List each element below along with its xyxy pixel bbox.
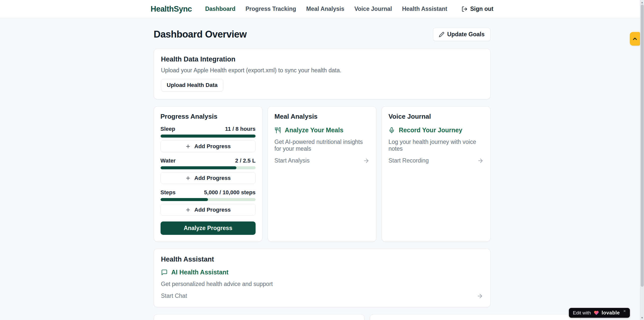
start-recording-label: Start Recording: [388, 157, 429, 164]
chat-bubble-icon: [161, 269, 168, 276]
nav-item-dashboard[interactable]: Dashboard: [205, 6, 235, 12]
water-progress-bar: [161, 166, 256, 169]
health-assistant-card: Health Assistant AI Health Assistant Get…: [154, 249, 490, 307]
ai-health-assistant-label: AI Health Assistant: [171, 269, 229, 276]
update-goals-label: Update Goals: [447, 31, 484, 38]
voice-journal-title: Voice Journal: [388, 113, 483, 120]
nav-item-voice-journal[interactable]: Voice Journal: [354, 6, 392, 12]
integration-title: Health Data Integration: [161, 55, 483, 63]
sign-out-icon: [462, 6, 468, 12]
plus-icon: [185, 175, 191, 181]
scrollbar-down-arrow-icon[interactable]: ▼: [640, 316, 644, 319]
analyze-your-meals-link[interactable]: Analyze Your Meals: [274, 126, 370, 134]
nav-item-meal-analysis[interactable]: Meal Analysis: [306, 6, 344, 12]
health-data-integration-card: Health Data Integration Upload your Appl…: [154, 49, 490, 99]
add-progress-label: Add Progress: [194, 207, 231, 213]
metric-value: 11 / 8 hours: [225, 126, 256, 132]
integration-description: Upload your Apple Health export (export.…: [161, 67, 483, 74]
progress-analysis-card: Progress Analysis Sleep 11 / 8 hours Add…: [154, 106, 262, 242]
analyze-progress-button[interactable]: Analyze Progress: [161, 221, 256, 235]
upload-health-data-button[interactable]: Upload Health Data: [161, 79, 224, 91]
sign-out-button[interactable]: Sign out: [462, 6, 494, 12]
arrow-right-icon: [363, 157, 370, 164]
utensils-icon: [274, 127, 281, 134]
page-title: Dashboard Overview: [154, 29, 247, 40]
metric-value: 2 / 2.5 L: [235, 157, 256, 164]
metric-sleep: Sleep 11 / 8 hours Add Progress: [161, 126, 256, 152]
progress-analysis-title: Progress Analysis: [161, 113, 256, 120]
voice-journal-description: Log your health journey with voice notes: [388, 139, 483, 152]
metric-label: Water: [161, 157, 176, 164]
start-analysis-label: Start Analysis: [274, 157, 310, 164]
add-progress-steps-button[interactable]: Add Progress: [161, 204, 256, 216]
scrollbar-up-arrow-icon[interactable]: ▲: [640, 1, 644, 4]
close-icon[interactable]: ×: [623, 309, 626, 314]
health-assistant-description: Get personalized health advice and suppo…: [161, 281, 483, 287]
voice-journal-card: Voice Journal Record Your Journey Log yo…: [382, 106, 490, 242]
quick-stats-card: Quick Stats Select Date Today Yesterday …: [370, 314, 580, 320]
update-goals-button[interactable]: Update Goals: [433, 28, 490, 41]
nav-item-health-assistant[interactable]: Health Assistant: [402, 6, 447, 12]
chevron-up-icon: [632, 36, 638, 42]
sign-out-label: Sign out: [470, 6, 494, 12]
plus-icon: [185, 144, 191, 149]
steps-progress-bar: [161, 198, 256, 201]
record-your-journey-label: Record Your Journey: [399, 126, 462, 134]
arrow-right-icon: [477, 157, 484, 164]
meal-analysis-description: Get AI-powered nutritional insights for …: [274, 139, 370, 152]
start-chat-action[interactable]: Start Chat: [161, 293, 483, 299]
add-progress-label: Add Progress: [194, 175, 231, 181]
add-progress-label: Add Progress: [194, 143, 231, 150]
lovable-brand-label: lovable: [602, 310, 620, 316]
start-recording-action[interactable]: Start Recording: [388, 157, 483, 164]
record-your-journey-link[interactable]: Record Your Journey: [388, 126, 483, 134]
meal-analysis-card: Meal Analysis Analyze Your Meals Get AI-…: [268, 106, 376, 242]
main-nav: Dashboard Progress Tracking Meal Analysi…: [205, 6, 494, 12]
health-assistant-title: Health Assistant: [161, 255, 483, 263]
pencil-icon: [439, 32, 444, 37]
metric-label: Sleep: [161, 126, 175, 132]
edit-with-lovable-badge[interactable]: Edit with lovable ×: [569, 308, 630, 318]
metric-value: 5,000 / 10,000 steps: [204, 189, 256, 196]
recent-goals-card: Recent Goals Select Date Today Yesterday…: [154, 314, 364, 320]
metric-label: Steps: [161, 189, 176, 196]
scrollbar-thumb[interactable]: [641, 5, 644, 287]
arrow-right-icon: [477, 293, 483, 299]
amber-edge-tab[interactable]: [630, 32, 640, 46]
app-logo[interactable]: HealthSync: [151, 5, 192, 14]
vertical-scrollbar[interactable]: ▲ ▼: [640, 0, 644, 320]
analyze-your-meals-label: Analyze Your Meals: [285, 126, 344, 134]
main-content: Dashboard Overview Update Goals Health D…: [151, 18, 494, 320]
add-progress-sleep-button[interactable]: Add Progress: [161, 140, 256, 152]
edit-with-label: Edit with: [573, 310, 591, 316]
metric-water: Water 2 / 2.5 L Add Progress: [161, 157, 256, 184]
meal-analysis-title: Meal Analysis: [274, 113, 370, 120]
top-navigation-bar: HealthSync Dashboard Progress Tracking M…: [0, 0, 644, 18]
metric-steps: Steps 5,000 / 10,000 steps Add Progress: [161, 189, 256, 216]
plus-icon: [185, 207, 191, 213]
microphone-icon: [388, 127, 395, 134]
add-progress-water-button[interactable]: Add Progress: [161, 172, 256, 184]
ai-health-assistant-link[interactable]: AI Health Assistant: [161, 269, 483, 276]
start-analysis-action[interactable]: Start Analysis: [274, 157, 370, 164]
heart-icon: [594, 310, 599, 316]
nav-item-progress-tracking[interactable]: Progress Tracking: [246, 6, 296, 12]
sleep-progress-bar: [161, 135, 256, 138]
start-chat-label: Start Chat: [161, 293, 187, 299]
